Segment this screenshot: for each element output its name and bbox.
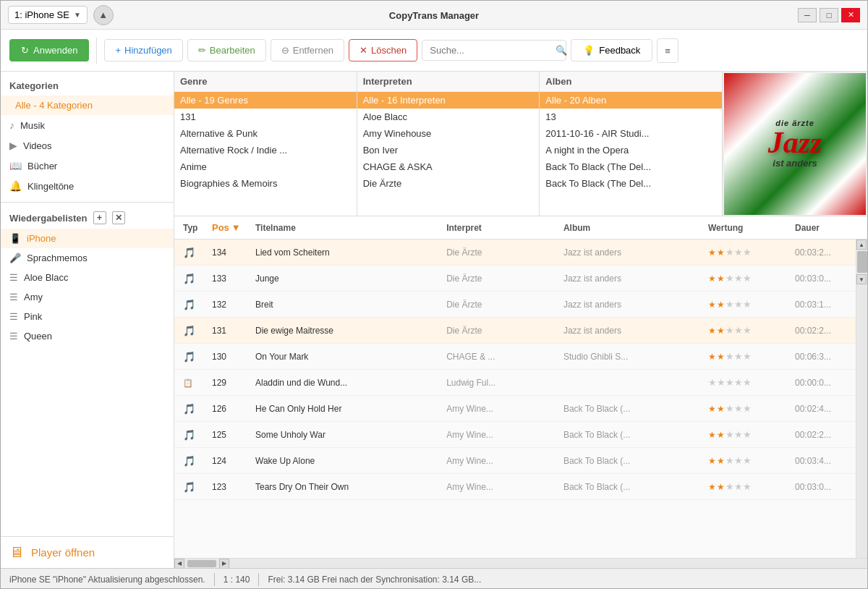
device-selector[interactable]: 1: iPhone SE ▼ [8,6,88,24]
sidebar-item-videos[interactable]: ▶ Videos [1,135,174,156]
interpreten-item-all[interactable]: Alle - 16 Interpreten [357,92,540,109]
eject-button[interactable]: ▲ [93,5,114,25]
table-row[interactable]: 🎵 130 On Your Mark CHAGE & ... Studio Gh… [174,344,856,370]
playlist-item-sprachmemos[interactable]: 🎤 Sprachmemos [1,248,174,268]
hamburger-icon: ≡ [665,46,671,56]
col-header-pos[interactable]: Pos ▼ [209,222,252,233]
track-pos: 125 [209,430,252,440]
add-playlist-button[interactable]: + [93,211,106,224]
col-header-interpret[interactable]: Interpret [443,223,561,233]
restore-button[interactable]: □ [820,8,838,22]
star-empty: ★★★ [726,325,752,336]
genre-item-all[interactable]: Alle - 19 Genres [174,92,357,109]
playlist-item-queen[interactable]: ☰ Queen [1,326,174,346]
interpreten-item-4[interactable]: CHAGE & ASKA [357,158,540,175]
playlist-item-aloe-blacc[interactable]: ☰ Aloe Blacc [1,268,174,287]
genre-item-2[interactable]: Alternative & Punk [174,125,357,142]
track-pos: 134 [209,247,252,258]
player-open-button[interactable]: 🖥 Player öffnen [1,536,174,568]
track-typ: 🎵 [180,403,209,415]
apply-button[interactable]: ↻ Anwenden [9,39,89,62]
playlist-pink-label: Pink [24,311,42,322]
col-header-wertung[interactable]: Wertung [705,223,792,233]
interpreten-item-2[interactable]: Amy Winehouse [357,125,540,142]
table-row[interactable]: 🎵 126 He Can Only Hold Her Amy Wine... B… [174,396,856,422]
delete-button[interactable]: ✕ Löschen [349,39,417,62]
table-row[interactable]: 🎵 133 Junge Die Ärzte Jazz ist anders ★★… [174,266,856,292]
alben-item-all[interactable]: Alle - 20 Alben [540,92,722,109]
genre-item-3[interactable]: Alternative Rock / Indie ... [174,142,357,158]
sidebar-item-musik[interactable]: ♪ Musik [1,115,174,135]
search-input[interactable] [430,45,551,56]
add-button[interactable]: + Hinzufügen [104,39,182,62]
playlist-item-pink[interactable]: ☰ Pink [1,307,174,326]
scroll-up-arrow[interactable]: ▲ [856,240,867,250]
hscroll-right-arrow[interactable]: ▶ [219,559,229,569]
table-row[interactable]: 🎵 125 Some Unholy War Amy Wine... Back T… [174,422,856,448]
track-typ: 🎵 [180,481,209,493]
genre-item-1[interactable]: 131 [174,109,357,125]
track-album: Back To Black (... [561,482,705,492]
remove-playlist-button[interactable]: ✕ [112,211,125,224]
menu-button[interactable]: ≡ [657,38,678,63]
remove-label: Entfernen [293,45,333,56]
alben-item-2[interactable]: 2011-10-16 - AIR Studi... [540,125,722,142]
scroll-thumb[interactable] [857,251,867,273]
table-row[interactable]: 🎵 123 Tears Dry On Their Own Amy Wine...… [174,474,856,500]
track-title: Wake Up Alone [252,456,443,466]
table-row[interactable]: 🎵 134 Lied vom Scheitern Die Ärzte Jazz … [174,240,856,266]
track-dauer: 00:03:1... [792,300,850,310]
playlists-title: Wiedergabelisten [9,213,88,224]
track-typ: 🎵 [180,299,209,310]
titlebar: 1: iPhone SE ▼ ▲ CopyTrans Manager ─ □ ✕ [1,1,867,30]
track-title: Some Unholy War [252,430,443,440]
refresh-icon: ↻ [21,45,29,56]
sidebar-item-buecher[interactable]: 📖 Bücher [1,156,174,176]
table-row[interactable]: 📋 129 Aladdin und die Wund... Ludwig Ful… [174,370,856,396]
app-title: CopyTrans Manager [389,7,479,22]
scrollbar[interactable]: ▲ ▼ [856,240,867,558]
playlist-item-iphone[interactable]: 📱 iPhone [1,229,174,248]
interpreten-item-1[interactable]: Aloe Blacc [357,109,540,125]
alben-item-1[interactable]: 13 [540,109,722,125]
genre-item-5[interactable]: Biographies & Memoirs [174,175,357,192]
track-title: On Your Mark [252,352,443,362]
star-empty: ★★★ [726,403,752,414]
sidebar-item-klingeltone[interactable]: 🔔 Klingeltöne [1,176,174,196]
playlist-icon-2: ☰ [9,292,18,302]
track-album: Jazz ist anders [561,274,705,284]
minimize-button[interactable]: ─ [798,8,817,22]
track-pos: 131 [209,326,252,336]
x-icon: ✕ [359,45,367,56]
table-row[interactable]: 🎵 124 Wake Up Alone Amy Wine... Back To … [174,448,856,474]
hscroll-left-arrow[interactable]: ◀ [174,559,184,569]
close-button[interactable]: ✕ [841,8,860,22]
alben-item-4[interactable]: Back To Black (The Del... [540,158,722,175]
remove-button[interactable]: ⊖ Entfernen [271,39,344,62]
scroll-down-arrow[interactable]: ▼ [856,274,867,284]
track-album: Back To Black (... [561,404,705,414]
hscroll-thumb[interactable] [187,560,216,567]
playlist-item-amy[interactable]: ☰ Amy [1,287,174,307]
alben-item-3[interactable]: A night in the Opera [540,142,722,158]
track-title: Aladdin und die Wund... [252,378,443,388]
feedback-button[interactable]: 💡 Feedback [571,39,652,62]
track-wertung: ★★★★★ [705,273,792,284]
alben-item-5[interactable]: Back To Black (The Del... [540,175,722,192]
interpreten-item-3[interactable]: Bon Iver [357,142,540,158]
col-header-typ[interactable]: Typ [180,223,209,233]
col-header-title[interactable]: Titelname [252,223,443,233]
track-list: 🎵 134 Lied vom Scheitern Die Ärzte Jazz … [174,240,856,558]
interpreten-item-5[interactable]: Die Ärzte [357,175,540,192]
edit-button[interactable]: ✏ Bearbeiten [187,39,266,62]
col-header-album[interactable]: Album [561,223,705,233]
app-title-rest: opyTrans Manager [396,10,479,21]
app-title-c: C [389,10,396,21]
statusbar: iPhone SE "iPhone" Aktualisierung abgesc… [1,568,867,589]
track-wertung: ★★★★★ [705,481,792,492]
table-row[interactable]: 🎵 132 Breit Die Ärzte Jazz ist anders ★★… [174,292,856,318]
table-row[interactable]: 🎵 131 Die ewige Maitresse Die Ärzte Jazz… [174,318,856,344]
genre-item-4[interactable]: Anime [174,158,357,175]
sidebar-item-all[interactable]: Alle - 4 Kategorien [1,96,174,115]
col-header-dauer[interactable]: Dauer [792,223,850,233]
